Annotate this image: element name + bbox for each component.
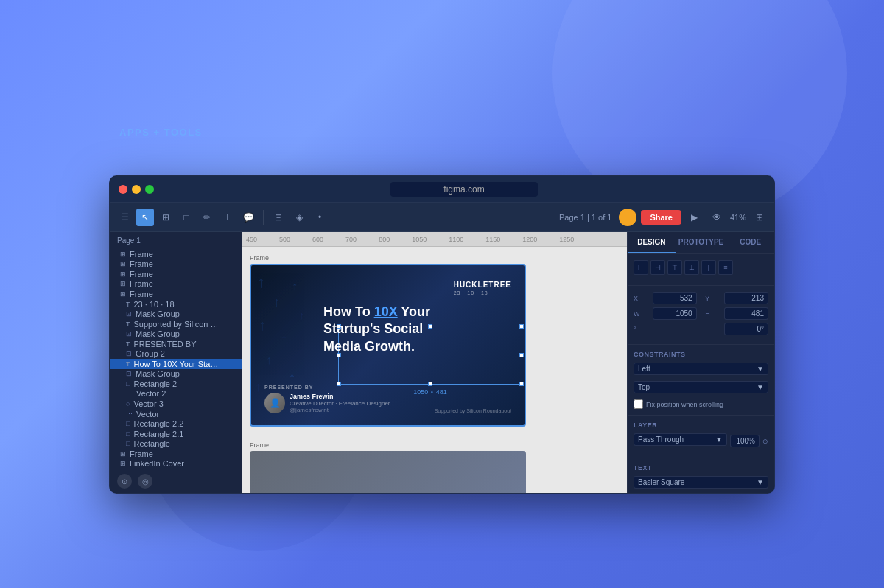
frame-icon: ⊞	[120, 290, 126, 298]
vector-icon: ⋯	[126, 390, 133, 397]
more-tool[interactable]: •	[311, 209, 329, 226]
align-top[interactable]: ⊥	[684, 260, 699, 275]
layer-label: Rectangle 2.1	[133, 430, 183, 438]
align-center-v[interactable]: |	[701, 260, 716, 275]
rotation-input[interactable]	[724, 323, 768, 335]
font-name-dropdown[interactable]: Basier Square ▼	[634, 476, 768, 489]
group-icon: ⊡	[126, 330, 132, 337]
align-bottom[interactable]: ≡	[718, 260, 733, 275]
alignment-section: ⊢ ⊣ ⊤ ⊥ | ≡	[628, 254, 774, 286]
layer-vector-2[interactable]: ⋯ Vector 2	[110, 389, 242, 399]
opacity-input[interactable]	[730, 435, 760, 447]
layer-label: Rectangle	[133, 439, 170, 448]
browser-dots	[119, 185, 154, 194]
text-tool[interactable]: T	[219, 209, 236, 226]
align-right[interactable]: ⊤	[667, 260, 682, 275]
tab-design[interactable]: DESIGN	[628, 232, 676, 253]
layer-label: Frame	[130, 449, 153, 458]
handle-tr[interactable]	[519, 324, 524, 329]
layer-label: Group 2	[136, 349, 165, 358]
slide-content-area: How To 10X YourStartup's SocialMedia Gro…	[264, 304, 511, 355]
w-input[interactable]	[653, 307, 697, 320]
plugin-icon[interactable]: ◎	[138, 474, 152, 489]
h-input[interactable]	[724, 307, 768, 320]
layer-supported[interactable]: T Supported by Silicon Roundab...	[110, 319, 242, 329]
toolbar-sep-1	[263, 210, 264, 225]
minimize-dot[interactable]	[132, 185, 141, 194]
address-bar[interactable]: figma.com	[390, 182, 538, 197]
x-label: X	[634, 295, 644, 302]
layer-rect-22[interactable]: □ Rectangle 2.2	[110, 419, 242, 429]
position-size-section: X Y W H °	[628, 286, 774, 345]
slide-card-main[interactable]: ↑ ↑ ↑ ↑ ↑ ↑ ↑ ↑ ↑	[250, 264, 526, 427]
layer-vector-1[interactable]: ⋯ Vector	[110, 409, 242, 419]
layer-frame-3[interactable]: ⊞ Frame	[110, 269, 242, 279]
fix-scroll-row: Fix position when scrolling	[634, 399, 768, 409]
layer-label: Rectangle 2.2	[133, 419, 183, 428]
handle-br[interactable]	[519, 382, 524, 386]
layer-label: How To 10X Your Startup's So...	[134, 360, 219, 368]
assets-tool[interactable]: ◈	[290, 209, 308, 226]
y-input[interactable]	[724, 292, 768, 304]
layer-linkedin[interactable]: ⊞ LinkedIn Cover	[110, 458, 242, 469]
pen-tool[interactable]: ✏	[198, 209, 216, 226]
layer-mask-group-1[interactable]: ⊡ Mask Group	[110, 309, 242, 319]
left-panel: Page 1 ⊞ Frame ⊞ Frame ⊞ Frame ⊞ Frame ⊞…	[110, 232, 242, 493]
layer-frame-4[interactable]: ⊞ Frame	[110, 279, 242, 290]
font-name-row: Basier Square ▼	[634, 476, 768, 491]
layer-mask-group-3[interactable]: ⊡ Mask Group	[110, 369, 242, 379]
rotation-label: °	[634, 326, 644, 333]
layer-frame-6[interactable]: ⊞ Frame	[110, 449, 242, 459]
frame-icon: ⊞	[120, 450, 126, 458]
comment-tool[interactable]: 💬	[239, 209, 257, 226]
x-input[interactable]	[653, 292, 697, 304]
v-constraint-dropdown[interactable]: Top ▼	[634, 381, 768, 393]
layer-frame-1[interactable]: ⊞ Frame	[110, 249, 242, 259]
group-icon: ⊡	[126, 350, 132, 357]
layer-frame-2[interactable]: ⊞ Frame	[110, 259, 242, 270]
maximize-dot[interactable]	[145, 185, 154, 194]
layer-group-2[interactable]: ⊡ Group 2	[110, 349, 242, 359]
h-constraint-dropdown[interactable]: Left ▼	[634, 363, 768, 375]
component-tool[interactable]: ⊟	[270, 209, 287, 226]
rect-icon: □	[126, 430, 130, 438]
layer-presented-by[interactable]: T PRESENTED BY	[110, 339, 242, 349]
layer-label: Frame	[130, 250, 153, 259]
rect-icon: □	[126, 380, 130, 388]
frame-icon: ⊞	[120, 260, 126, 267]
select-tool[interactable]: ↖	[136, 209, 154, 226]
blend-dropdown[interactable]: Pass Through ▼	[634, 433, 727, 446]
grid-icon[interactable]: ⊞	[751, 209, 768, 226]
fix-scroll-checkbox[interactable]	[634, 399, 643, 409]
slide-card-preview[interactable]	[250, 451, 526, 493]
page-label: Page 1	[117, 237, 141, 245]
frame-label-2: Frame	[250, 441, 620, 449]
vector-icon: ○	[126, 400, 130, 407]
tab-code[interactable]: CODE	[726, 232, 774, 253]
zoom-level: 41%	[730, 213, 746, 222]
align-center-h[interactable]: ⊣	[650, 260, 665, 275]
close-dot[interactable]	[119, 185, 127, 194]
layer-mask-group-2[interactable]: ⊡ Mask Group	[110, 329, 242, 339]
layer-title-selected[interactable]: T How To 10X Your Startup's So...	[110, 359, 242, 369]
community-icon[interactable]: ⊙	[117, 474, 132, 489]
share-button[interactable]: Share	[641, 210, 681, 225]
handle-rm[interactable]	[519, 353, 524, 357]
frame-tool[interactable]: ⊞	[157, 209, 175, 226]
layer-rect-1[interactable]: □ Rectangle	[110, 438, 242, 449]
tab-prototype[interactable]: PROTOTYPE	[676, 232, 727, 253]
layer-rect-2[interactable]: □ Rectangle 2	[110, 379, 242, 389]
eye-icon[interactable]: 👁	[708, 209, 726, 226]
right-tabs: DESIGN PROTOTYPE CODE	[628, 232, 774, 254]
present-icon[interactable]: ▶	[686, 209, 704, 226]
layer-vector-3[interactable]: ○ Vector 3	[110, 399, 242, 409]
layer-rect-21[interactable]: □ Rectangle 2.1	[110, 429, 242, 439]
layer-frame-5[interactable]: ⊞ Frame	[110, 289, 242, 299]
layer-date[interactable]: T 23 · 10 · 18	[110, 299, 242, 309]
user-avatar	[619, 209, 636, 226]
menu-icon[interactable]: ☰	[116, 209, 133, 226]
figma-main-layout: Page 1 ⊞ Frame ⊞ Frame ⊞ Frame ⊞ Frame ⊞…	[110, 232, 774, 493]
align-left[interactable]: ⊢	[634, 260, 648, 275]
shape-tool[interactable]: □	[178, 209, 195, 226]
figma-toolbar: ☰ ↖ ⊞ □ ✏ T 💬 ⊟ ◈ • Page 1 | 1 of 1 Shar…	[110, 203, 774, 232]
